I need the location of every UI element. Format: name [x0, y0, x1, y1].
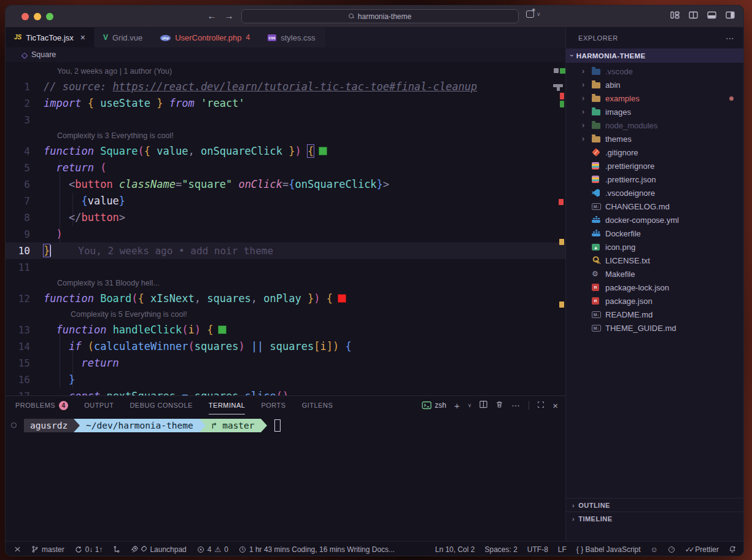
split-terminal-icon[interactable]: [479, 400, 487, 410]
code-editor[interactable]: You, 2 weeks ago | 1 author (You)1// sou…: [6, 62, 565, 395]
explorer-item-Dockerfile[interactable]: Dockerfile: [566, 227, 744, 240]
line-number[interactable]: 15: [6, 355, 44, 371]
explorer-item-themes[interactable]: › themes: [566, 132, 744, 146]
tab-label: styles.css: [281, 33, 315, 42]
explorer-item-package-lock.json[interactable]: n package-lock.json: [566, 281, 744, 294]
runner[interactable]: [668, 546, 675, 553]
close-window-button[interactable]: [21, 13, 29, 20]
indentation[interactable]: Spaces: 2: [484, 545, 517, 554]
terminal-instance[interactable]: zsh: [422, 401, 446, 410]
line-number[interactable]: 13: [6, 322, 44, 338]
codelens[interactable]: You, 2 weeks ago | 1 author (You): [6, 64, 565, 79]
editor-tab-Grid.vue[interactable]: VGrid.vue: [95, 28, 152, 47]
toggle-panel-icon[interactable]: [707, 11, 716, 19]
explorer-item-.prettierrc.json[interactable]: .prettierrc.json: [566, 173, 744, 186]
line-number[interactable]: 9: [6, 226, 44, 243]
maximize-panel-icon[interactable]: [537, 401, 545, 410]
problems-summary[interactable]: 4⚠0: [197, 545, 228, 554]
panel-tab-PROBLEMS[interactable]: PROBLEMS4: [15, 396, 68, 414]
explorer-item-.vscodeignore[interactable]: .vscodeignore: [566, 186, 744, 200]
panel-tab-OUTPUT[interactable]: OUTPUT: [84, 396, 114, 414]
panel-tab-TERMINAL[interactable]: TERMINAL: [209, 396, 246, 414]
kill-terminal-icon[interactable]: [495, 400, 503, 410]
explorer-item-examples[interactable]: › examples: [566, 91, 744, 105]
panel-more-actions-icon[interactable]: ⋯: [511, 400, 521, 410]
eol[interactable]: LF: [558, 545, 567, 554]
git-sync[interactable]: 0↓ 1↑: [75, 545, 103, 554]
explorer-item-package.json[interactable]: n package.json: [566, 294, 744, 308]
panel-tab-PORTS[interactable]: PORTS: [261, 396, 285, 414]
explorer-item-README.md[interactable]: M↓ README.md: [566, 308, 744, 321]
line-number[interactable]: 12: [6, 290, 44, 307]
terminal-viewport[interactable]: agusrdz ~/dev/harmonia-theme ↱ master: [6, 414, 565, 542]
terminal-dropdown-icon[interactable]: ∨: [468, 402, 472, 408]
formatter[interactable]: ✓✓ Prettier: [685, 545, 719, 554]
notifications[interactable]: [729, 545, 736, 553]
language-mode[interactable]: { } Babel JavaScript: [576, 545, 641, 554]
inline-blame: You, 2 weeks ago • add noir theme: [78, 245, 273, 257]
editor-tab-styles.css[interactable]: cssstyles.css: [259, 28, 324, 47]
feedback[interactable]: ☺: [651, 545, 658, 554]
encoding[interactable]: UTF-8: [527, 545, 548, 554]
explorer-item-docker-compose.yml[interactable]: docker-compose.yml: [566, 213, 744, 227]
explorer-item-abin[interactable]: › abin: [566, 78, 744, 91]
explorer-item-Makefile[interactable]: ⚙ Makefile: [566, 267, 744, 281]
toggle-secondary-sidebar-icon[interactable]: [726, 11, 735, 19]
panel-tab-GITLENS[interactable]: GITLENS: [302, 396, 333, 414]
line-number[interactable]: 4: [6, 143, 44, 160]
section-OUTLINE[interactable]: ›OUTLINE: [566, 498, 744, 511]
close-panel-icon[interactable]: ×: [552, 400, 558, 411]
codelens[interactable]: Complexity is 3 Everything is cool!: [6, 128, 565, 143]
line-number[interactable]: 2: [6, 95, 44, 112]
line-number[interactable]: 16: [6, 371, 44, 388]
breadcrumb[interactable]: ◇ Square: [6, 47, 565, 62]
explorer-item-CHANGELOG.md[interactable]: M↓ CHANGELOG.md: [566, 200, 744, 213]
codelens[interactable]: Complexity is 5 Everything is cool!: [6, 307, 565, 322]
explorer-root-folder[interactable]: › HARMONIA-THEME: [566, 49, 744, 63]
line-number[interactable]: 6: [6, 176, 44, 193]
line-number[interactable]: 8: [6, 209, 44, 226]
explorer-item-icon.png[interactable]: ▲ icon.png: [566, 240, 744, 254]
explorer-item-node_modules[interactable]: › node_modules: [566, 119, 744, 132]
line-number[interactable]: 10: [6, 243, 44, 259]
codelens[interactable]: Complexity is 31 Bloody hell...: [6, 276, 565, 290]
explorer-item-LICENSE.txt[interactable]: LICENSE.txt: [566, 254, 744, 267]
line-number[interactable]: 11: [6, 259, 44, 276]
code-time[interactable]: 1 hr 43 mins Coding, 16 mins Writing Doc…: [239, 545, 395, 554]
explorer-item-.prettierignore[interactable]: .prettierignore: [566, 159, 744, 173]
gitlens[interactable]: [113, 545, 120, 553]
explorer-item-THEME_GUIDE.md[interactable]: M↓ THEME_GUIDE.md: [566, 321, 744, 335]
copilot-menu[interactable]: ∨: [526, 10, 541, 18]
section-TIMELINE[interactable]: ›TIMELINE: [566, 511, 744, 525]
new-terminal-icon[interactable]: +: [454, 400, 460, 411]
history-forward-button[interactable]: →: [223, 10, 235, 21]
minimize-window-button[interactable]: [34, 13, 41, 20]
line-number[interactable]: 7: [6, 193, 44, 209]
launchpad[interactable]: Launchpad: [131, 545, 186, 554]
customize-layout-icon[interactable]: [670, 11, 680, 19]
zoom-window-button[interactable]: [46, 13, 53, 20]
line-number[interactable]: 1: [6, 79, 44, 95]
editor-tab-TicTacToe.jsx[interactable]: JSTicTacToe.jsx ×: [6, 28, 95, 47]
explorer-item-images[interactable]: › images: [566, 105, 744, 119]
line-number[interactable]: 3: [6, 112, 44, 128]
cursor-position[interactable]: Ln 10, Col 2: [435, 545, 475, 554]
panel-tab-DEBUG CONSOLE[interactable]: DEBUG CONSOLE: [130, 396, 192, 414]
explorer-more-actions-icon[interactable]: ⋯: [726, 33, 735, 43]
explorer-item-.vscode[interactable]: › .vscode: [566, 64, 744, 78]
git-branch[interactable]: master: [31, 545, 64, 554]
close-tab-icon[interactable]: ×: [80, 33, 85, 42]
line-number[interactable]: 14: [6, 338, 44, 355]
remote[interactable]: [14, 546, 21, 553]
history-back-button[interactable]: ←: [206, 10, 218, 21]
file-name: themes: [605, 134, 632, 144]
command-center-search[interactable]: harmonia-theme: [241, 9, 519, 23]
code-line: 11: [6, 259, 565, 276]
toggle-primary-sidebar-icon[interactable]: [689, 11, 698, 19]
line-number[interactable]: 5: [6, 160, 44, 176]
explorer-item-.gitignore[interactable]: .gitignore: [566, 146, 744, 159]
bottom-panel: PROBLEMS4 OUTPUT DEBUG CONSOLE TERMINAL …: [6, 395, 565, 541]
line-number[interactable]: 17: [6, 388, 44, 395]
chevron-collapsed-icon: ›: [582, 94, 592, 103]
editor-tab-UserController.php[interactable]: phpUserController.php 4: [152, 28, 259, 47]
